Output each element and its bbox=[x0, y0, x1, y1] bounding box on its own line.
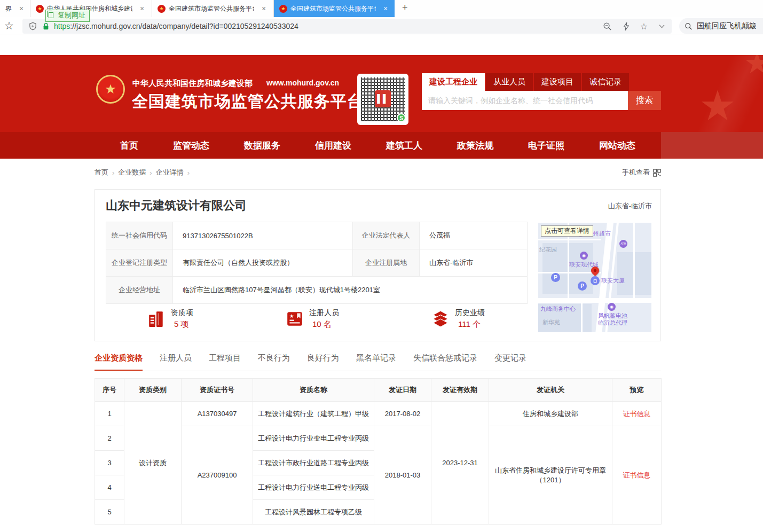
close-icon[interactable]: × bbox=[383, 4, 388, 13]
nav-home[interactable]: 首页 bbox=[120, 139, 138, 152]
favorite-star-icon[interactable]: ☆ bbox=[640, 21, 648, 32]
nav-workers[interactable]: 建筑工人 bbox=[386, 139, 422, 152]
browser-url-bar: ☆ https://jzsc.mohurd.gov.cn/data/compan… bbox=[0, 17, 763, 35]
search-tab-enterprise[interactable]: 建设工程企业 bbox=[422, 73, 485, 91]
breadcrumb-home[interactable]: 首页 bbox=[95, 168, 108, 177]
browser-tab-partial[interactable]: 界 × bbox=[0, 0, 30, 17]
col-header: 资质名称 bbox=[253, 379, 374, 402]
cell-validity: 2023-12-31 bbox=[431, 402, 489, 525]
info-label: 企业法定代表人 bbox=[353, 222, 420, 249]
cell-no: 2 bbox=[95, 426, 124, 451]
tab-registered-personnel[interactable]: 注册人员 bbox=[160, 353, 192, 371]
nav-site-news[interactable]: 网站动态 bbox=[599, 139, 635, 152]
breadcrumb-company-detail[interactable]: 企业详情 bbox=[156, 168, 184, 177]
search-tab-credit[interactable]: 诚信记录 bbox=[582, 73, 629, 91]
map-road bbox=[581, 303, 583, 332]
qr-center-logo: ▌▌ bbox=[375, 90, 391, 107]
content: 首页 › 企业数据 › 企业详情 › 手机查看 山东中元建筑设计有限公司 山东省… bbox=[95, 163, 661, 525]
browser-tab-jzsc-1[interactable]: ★ 全国建筑市场监管公共服务平台 × bbox=[152, 0, 274, 17]
table-header-row: 序号 资质类别 资质证书号 资质名称 发证日期 发证有效期 发证机关 预览 bbox=[95, 379, 662, 402]
info-label: 统一社会信用代码 bbox=[106, 222, 173, 249]
stat-history-performance[interactable]: 历史业绩111 个 bbox=[431, 308, 485, 330]
parking-icon: P bbox=[551, 273, 560, 282]
emblem-favicon-icon: ★ bbox=[36, 5, 44, 13]
breadcrumb-separator: › bbox=[187, 169, 190, 177]
breadcrumb: 首页 › 企业数据 › 企业详情 › 手机查看 bbox=[95, 163, 661, 182]
credit-code-value: 91371302675501022B bbox=[173, 222, 353, 249]
company-name: 山东中元建筑设计有限公司 bbox=[106, 198, 247, 214]
hot-search-text[interactable]: 国航回应飞机颠簸 bbox=[697, 21, 757, 31]
main-nav: 首页 监管动态 数据服务 信用建设 建筑工人 政策法规 电子证照 网站动态 bbox=[0, 132, 763, 159]
nav-data-service[interactable]: 数据服务 bbox=[244, 139, 280, 152]
tab-qualifications[interactable]: 企业资质资格 bbox=[95, 353, 143, 371]
nav-policy[interactable]: 政策法规 bbox=[457, 139, 493, 152]
map-pin-icon: ◘ bbox=[591, 276, 600, 285]
tab-blacklist[interactable]: 黑名单记录 bbox=[356, 353, 396, 371]
breadcrumb-company-data[interactable]: 企业数据 bbox=[118, 168, 146, 177]
stat-value: 111 个 bbox=[455, 319, 485, 330]
chevron-down-icon[interactable] bbox=[658, 24, 665, 29]
close-icon[interactable]: × bbox=[262, 4, 266, 13]
nav-credit[interactable]: 信用建设 bbox=[315, 139, 351, 152]
map-tooltip: 点击可查看详情 bbox=[541, 225, 593, 237]
tab-projects[interactable]: 工程项目 bbox=[209, 353, 241, 371]
search-tab-project[interactable]: 建设项目 bbox=[534, 73, 581, 91]
map-road bbox=[538, 239, 601, 240]
tab-dishonesty-records[interactable]: 失信联合惩戒记录 bbox=[413, 353, 477, 371]
cell-name: 工程设计电力行业送电工程专业丙级 bbox=[253, 475, 374, 500]
lightning-icon[interactable] bbox=[623, 22, 630, 31]
breadcrumb-separator: › bbox=[150, 169, 152, 177]
zoom-out-icon[interactable] bbox=[603, 22, 612, 31]
tab-good-behavior[interactable]: 良好行为 bbox=[307, 353, 339, 371]
cell-issue-date: 2018-01-03 bbox=[374, 426, 431, 525]
legal-rep-value: 公茂福 bbox=[420, 222, 528, 249]
decor-star-icon: ★ bbox=[744, 55, 763, 80]
address-field[interactable]: https://jzsc.mohurd.gov.cn/data/company/… bbox=[22, 19, 672, 34]
certificate-info-link[interactable]: 证书信息 bbox=[623, 410, 651, 418]
search-tab-personnel[interactable]: 从业人员 bbox=[486, 73, 533, 91]
breadcrumb-separator: › bbox=[112, 169, 114, 177]
nav-supervision[interactable]: 监管动态 bbox=[173, 139, 209, 152]
close-icon[interactable]: × bbox=[19, 4, 23, 13]
search-row: 搜索 bbox=[422, 91, 661, 110]
new-tab-button[interactable]: + bbox=[395, 0, 415, 17]
stat-registered-personnel[interactable]: ★ 注册人员10 名 bbox=[286, 308, 339, 330]
lock-icon bbox=[42, 22, 50, 30]
nav-e-license[interactable]: 电子证照 bbox=[528, 139, 564, 152]
browser-tab-jzsc-active[interactable]: ★ 全国建筑市场监管公共服务平台 × bbox=[274, 0, 395, 17]
header-qr-code: ▌▌ S bbox=[357, 74, 408, 125]
col-header: 资质类别 bbox=[124, 379, 182, 402]
col-header: 发证机关 bbox=[489, 379, 612, 402]
url-action-icons: ☆ bbox=[603, 21, 665, 32]
bookmark-star-icon[interactable]: ☆ bbox=[4, 19, 14, 32]
location-map[interactable]: ◉ 九州超市 纪花园 ATM ◉ 联安现代城 ◘ 联安大厦 P P 九峰商务中心… bbox=[538, 223, 651, 332]
cell-name: 工程设计风景园林工程专项乙级 bbox=[253, 500, 374, 525]
certificate-info-link[interactable]: 证书信息 bbox=[623, 471, 651, 479]
col-header: 序号 bbox=[95, 379, 124, 402]
cell-name: 工程设计市政行业道路工程专业丙级 bbox=[253, 451, 374, 475]
search-button[interactable]: 搜索 bbox=[628, 91, 661, 110]
close-icon[interactable]: × bbox=[140, 4, 144, 13]
map-label-garden: 纪花园 bbox=[539, 246, 557, 253]
browser-search-box[interactable]: 国航回应飞机颠簸 bbox=[679, 18, 763, 34]
stat-value: 5 项 bbox=[171, 319, 193, 330]
mobile-view-link[interactable]: 手机查看 bbox=[622, 168, 661, 177]
cell-name: 工程设计建筑行业（建筑工程）甲级 bbox=[253, 402, 374, 426]
page: 界 × ★ 中华人民共和国住房和城乡建设 × ★ 全国建筑市场监管公共服务平台 … bbox=[0, 0, 763, 532]
keyword-search-input[interactable] bbox=[422, 91, 628, 110]
reg-type-value: 有限责任公司（自然人投资或控股） bbox=[173, 249, 353, 277]
shield-icon[interactable] bbox=[29, 22, 37, 30]
browser-tab-bar: 界 × ★ 中华人民共和国住房和城乡建设 × ★ 全国建筑市场监管公共服务平台 … bbox=[0, 0, 763, 17]
stat-qualifications[interactable]: 资质项5 项 bbox=[147, 308, 193, 330]
address-value: 临沂市兰山区陶然路107号星河晶都（联安）现代城1号楼2201室 bbox=[173, 277, 528, 304]
info-label: 企业登记注册类型 bbox=[106, 249, 173, 277]
svg-text:★: ★ bbox=[289, 313, 294, 319]
company-card: 山东中元建筑设计有限公司 山东省-临沂市 统一社会信用代码 9137130267… bbox=[95, 189, 661, 341]
qualification-table: 序号 资质类别 资质证书号 资质名称 发证日期 发证有效期 发证机关 预览 1 … bbox=[95, 378, 662, 525]
tab-bad-behavior[interactable]: 不良行为 bbox=[258, 353, 290, 371]
cell-name: 工程设计电力行业变电工程专业丙级 bbox=[253, 426, 374, 451]
url-text[interactable]: https://jzsc.mohurd.gov.cn/data/company/… bbox=[54, 22, 298, 30]
map-road bbox=[633, 223, 635, 298]
tab-change-records[interactable]: 变更记录 bbox=[494, 353, 526, 371]
company-stats: 资质项5 项 ★ 注册人员10 名 历史业绩111 个 bbox=[106, 308, 526, 330]
